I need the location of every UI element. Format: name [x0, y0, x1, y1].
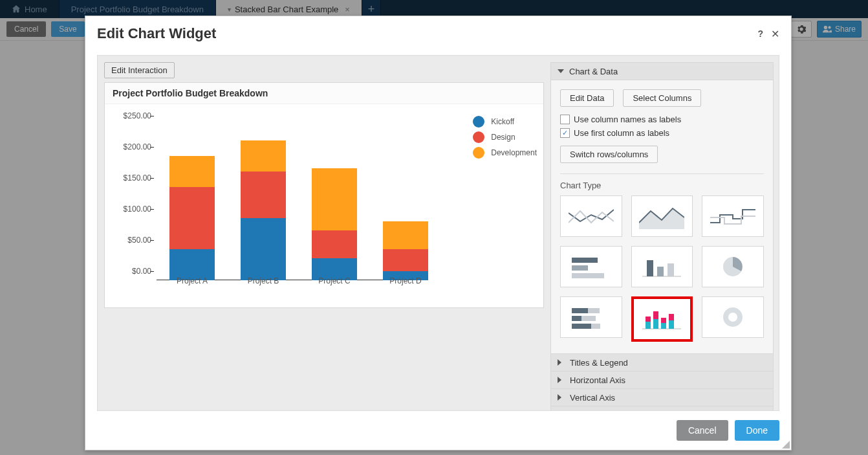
edit-interaction-button[interactable]: Edit Interaction — [104, 62, 175, 78]
legend-swatch — [473, 116, 484, 128]
chart-legend: KickoffDesignDevelopment — [473, 116, 537, 162]
legend-item: Design — [473, 131, 537, 143]
section-series-label: Series — [570, 410, 594, 411]
section-vertical-axis[interactable]: Vertical Axis — [551, 389, 773, 406]
legend-label: Development — [491, 148, 537, 157]
category-label: Project B — [234, 276, 292, 285]
legend-item: Development — [473, 147, 537, 159]
svg-rect-3 — [572, 265, 588, 271]
svg-rect-24 — [669, 314, 674, 320]
chart-canvas: KickoffDesignDevelopment $0.00$50.00$100… — [105, 104, 543, 307]
category-label: Project A — [163, 276, 221, 285]
edit-chart-widget-modal: Edit Chart Widget ? ✕ Edit Interaction P… — [85, 16, 792, 450]
svg-rect-17 — [646, 322, 651, 329]
category-label: Project D — [376, 276, 435, 285]
bar-stack — [241, 140, 286, 280]
chart-type-vbar[interactable] — [631, 246, 693, 287]
chart-preview-card: Project Portfolio Budget Breakdown Kicko… — [104, 82, 544, 308]
y-tick-label: $250.00 — [119, 111, 151, 120]
chart-type-stacked-vbar[interactable] — [631, 296, 693, 342]
chart-title: Project Portfolio Budget Breakdown — [105, 83, 543, 104]
svg-rect-15 — [591, 324, 600, 329]
svg-rect-10 — [572, 308, 588, 313]
y-tick-label: $200.00 — [119, 142, 151, 151]
chevron-right-icon — [558, 394, 565, 401]
y-tick-label: $100.00 — [119, 205, 151, 214]
chart-type-label: Chart Type — [560, 181, 764, 190]
modal-help-button[interactable]: ? — [757, 28, 763, 39]
checkbox-column-names-label: Use column names as labels — [574, 115, 681, 124]
svg-rect-12 — [572, 316, 581, 321]
svg-rect-4 — [572, 273, 604, 278]
modal-title: Edit Chart Widget — [97, 25, 216, 42]
svg-rect-20 — [653, 311, 658, 319]
chart-type-donut[interactable] — [702, 296, 764, 338]
chart-type-stacked-hbar[interactable] — [560, 296, 622, 338]
chart-type-hbar[interactable] — [560, 246, 622, 287]
category-label: Project C — [305, 276, 363, 285]
chart-type-pie[interactable] — [702, 246, 764, 287]
svg-rect-6 — [647, 260, 653, 276]
svg-rect-23 — [669, 320, 674, 329]
legend-label: Kickoff — [491, 117, 514, 126]
chevron-right-icon — [558, 377, 565, 383]
resize-handle[interactable] — [781, 439, 790, 449]
chart-type-area[interactable] — [631, 195, 693, 237]
svg-rect-22 — [661, 318, 666, 323]
section-vaxis-label: Vertical Axis — [570, 393, 615, 403]
checkbox-first-column-label: Use first column as labels — [574, 128, 669, 138]
svg-rect-19 — [653, 319, 658, 329]
modal-cancel-button[interactable]: Cancel — [677, 420, 728, 441]
bar-stack — [312, 168, 357, 280]
checkbox-first-column-as-labels[interactable] — [560, 128, 570, 138]
bar-stack — [383, 221, 428, 280]
legend-swatch — [473, 131, 484, 143]
chart-type-line[interactable] — [560, 195, 622, 237]
switch-rows-columns-button[interactable]: Switch rows/columns — [560, 146, 658, 163]
svg-point-26 — [728, 313, 737, 322]
edit-data-button[interactable]: Edit Data — [560, 89, 614, 107]
legend-label: Design — [491, 133, 515, 142]
section-haxis-label: Horizontal Axis — [570, 375, 625, 385]
modal-close-button[interactable]: ✕ — [771, 28, 779, 40]
section-chart-and-data[interactable]: Chart & Data — [551, 63, 773, 80]
svg-rect-14 — [572, 324, 591, 329]
svg-rect-18 — [646, 316, 651, 322]
chevron-right-icon — [558, 359, 565, 366]
bar-stack — [169, 156, 215, 280]
chevron-down-icon — [558, 69, 564, 73]
y-tick-label: $150.00 — [119, 173, 151, 183]
svg-rect-13 — [581, 316, 596, 321]
svg-rect-7 — [657, 267, 664, 276]
section-titles-legend[interactable]: Titles & Legend — [551, 354, 773, 372]
select-columns-button[interactable]: Select Columns — [623, 89, 701, 107]
section-titles-legend-label: Titles & Legend — [570, 358, 628, 368]
y-tick-label: $50.00 — [119, 236, 151, 245]
modal-done-button[interactable]: Done — [735, 420, 779, 441]
section-horizontal-axis[interactable]: Horizontal Axis — [551, 372, 773, 389]
svg-rect-21 — [661, 323, 666, 329]
chart-type-step[interactable] — [702, 195, 764, 237]
y-tick-label: $0.00 — [119, 267, 151, 276]
svg-rect-8 — [667, 263, 674, 276]
svg-rect-11 — [588, 308, 600, 313]
section-chart-and-data-label: Chart & Data — [569, 67, 618, 76]
section-series[interactable]: Series — [551, 406, 773, 410]
checkbox-column-names-as-labels[interactable] — [560, 115, 570, 124]
legend-swatch — [473, 147, 484, 159]
svg-rect-2 — [572, 258, 598, 263]
legend-item: Kickoff — [473, 116, 537, 128]
